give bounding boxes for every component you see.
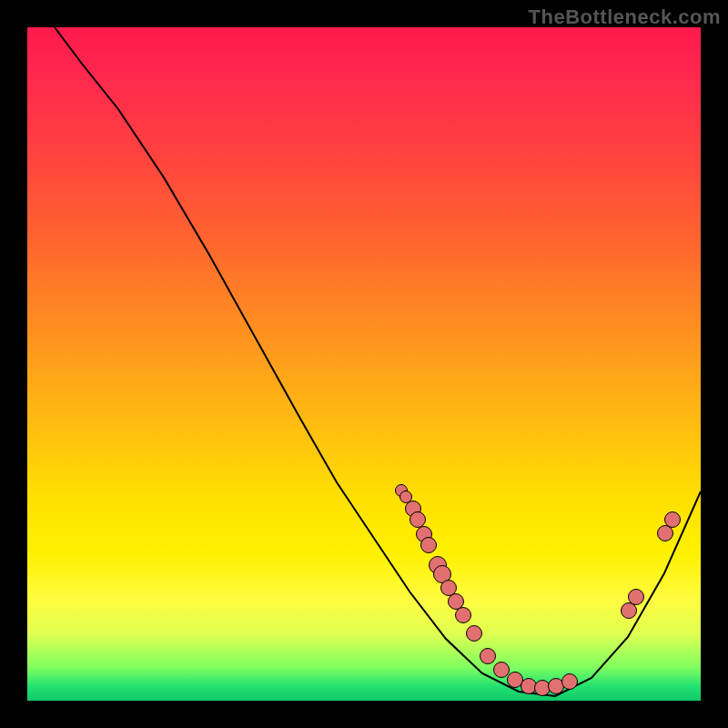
data-point	[628, 589, 644, 605]
data-point	[561, 673, 578, 690]
plot-area	[27, 27, 701, 701]
data-point	[466, 625, 482, 642]
data-point	[480, 648, 496, 664]
chart-frame: TheBottleneck.com	[0, 0, 728, 728]
data-point	[455, 607, 471, 623]
attribution-text: TheBottleneck.com	[529, 5, 721, 29]
data-point	[420, 537, 437, 553]
bottleneck-curve	[27, 27, 701, 701]
data-point	[664, 511, 681, 528]
